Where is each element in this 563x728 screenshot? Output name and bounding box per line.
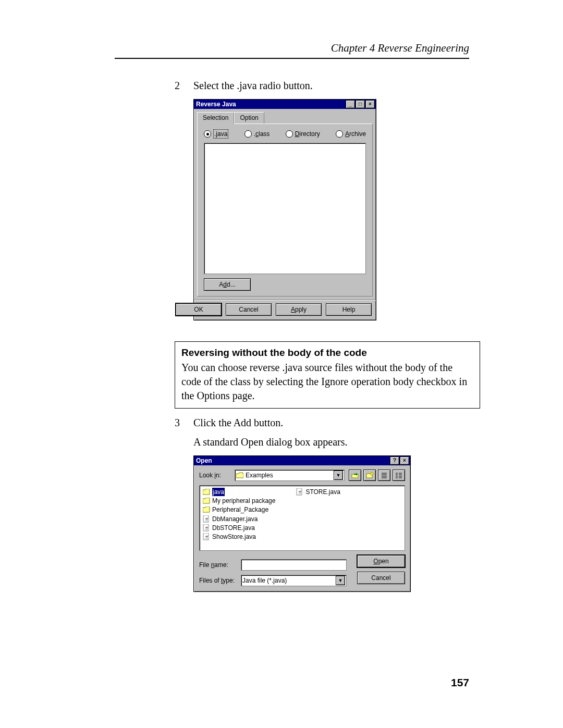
- java-file-icon: ☕: [296, 488, 303, 496]
- file-browser-pane[interactable]: java My peripheral package Peripheral_Pa…: [199, 485, 405, 551]
- callout-text: You can choose reverse .java source file…: [181, 361, 473, 403]
- apply-button[interactable]: Apply: [276, 303, 322, 316]
- titlebar[interactable]: Reverse Java _ □ ×: [194, 100, 376, 109]
- java-file-icon: ☕: [203, 515, 210, 523]
- page-number: 157: [451, 676, 469, 689]
- svg-marker-17: [203, 489, 210, 495]
- list-item[interactable]: ☕ ShowStore.java: [203, 533, 275, 541]
- filename-label: File name:: [199, 561, 237, 569]
- new-folder-icon[interactable]: [363, 470, 376, 481]
- java-file-icon: ☕: [203, 524, 210, 532]
- header-rule: [115, 58, 469, 59]
- callout-box: Reversing without the body of the code Y…: [175, 341, 480, 409]
- list-item[interactable]: My peripheral package: [203, 497, 275, 505]
- close-icon[interactable]: ×: [400, 456, 409, 465]
- folder-icon: [203, 488, 210, 496]
- add-button[interactable]: Add...: [204, 278, 251, 291]
- radio-directory[interactable]: Directory: [286, 129, 320, 139]
- chevron-down-icon[interactable]: ▼: [336, 576, 345, 585]
- filetype-value: Java file (*.java): [242, 576, 334, 585]
- list-item[interactable]: java: [203, 488, 275, 496]
- java-file-icon: ☕: [203, 533, 210, 540]
- open-dialog: Open ? × Look in: Examples ▼: [193, 455, 411, 592]
- tab-option[interactable]: Option: [234, 112, 264, 124]
- svg-marker-18: [203, 498, 210, 503]
- step-number: 2: [175, 79, 182, 93]
- callout-title: Reversing without the body of the code: [181, 346, 473, 360]
- list-view-icon[interactable]: [378, 470, 390, 481]
- svg-text:☕: ☕: [204, 525, 210, 530]
- folder-open-icon: [236, 472, 243, 478]
- step-subtext: A standard Open dialog box appears.: [193, 435, 347, 449]
- cancel-button[interactable]: Cancel: [226, 303, 272, 316]
- step-3: 3 Click the Add button. A standard Open …: [175, 416, 469, 449]
- up-one-level-icon[interactable]: [349, 470, 361, 481]
- radio-class[interactable]: .class: [244, 129, 270, 139]
- titlebar[interactable]: Open ? ×: [194, 456, 410, 465]
- details-view-icon[interactable]: [393, 470, 405, 481]
- chevron-down-icon[interactable]: ▼: [334, 471, 343, 480]
- cancel-button[interactable]: Cancel: [357, 572, 405, 584]
- svg-marker-0: [236, 473, 243, 478]
- step-text: Select the .java radio button.: [193, 79, 313, 93]
- lookin-combo[interactable]: Examples ▼: [235, 470, 345, 481]
- list-item[interactable]: ☕ DbManager.java: [203, 515, 275, 523]
- step-text: Click the Add button.: [193, 416, 347, 430]
- filename-input[interactable]: [241, 559, 347, 571]
- reverse-java-dialog: Reverse Java _ □ × Selection Option .jav…: [193, 99, 376, 320]
- folder-icon: [203, 497, 210, 504]
- tab-selection[interactable]: Selection: [197, 112, 234, 124]
- help-button[interactable]: Help: [326, 303, 372, 316]
- svg-marker-19: [203, 507, 210, 512]
- folder-icon: [203, 506, 210, 513]
- open-button[interactable]: Open: [357, 555, 405, 567]
- filetype-label: Files of type:: [199, 576, 237, 585]
- list-item[interactable]: Peripheral_Package: [203, 505, 275, 514]
- dialog-title: Open: [196, 456, 212, 465]
- svg-point-4: [371, 473, 373, 475]
- radio-archive[interactable]: Archive: [336, 129, 366, 139]
- close-icon[interactable]: ×: [365, 100, 375, 108]
- step-2: 2 Select the .java radio button.: [175, 79, 469, 93]
- list-item[interactable]: ☕ STORE.java: [296, 488, 340, 496]
- svg-text:☕: ☕: [204, 534, 210, 539]
- svg-text:☕: ☕: [298, 489, 303, 495]
- step-number: 3: [175, 416, 182, 449]
- list-item[interactable]: ☕ DbSTORE.java: [203, 524, 275, 532]
- chapter-heading: Chapter 4 Reverse Engineering: [115, 42, 469, 56]
- dialog-title: Reverse Java: [196, 100, 236, 108]
- tabstrip: Selection Option: [197, 112, 373, 124]
- ok-button[interactable]: OK: [176, 303, 222, 316]
- filetype-combo[interactable]: Java file (*.java) ▼: [241, 575, 347, 586]
- lookin-label: Look in:: [199, 471, 230, 479]
- svg-rect-1: [352, 474, 358, 478]
- radio-java[interactable]: .java: [204, 129, 228, 139]
- svg-text:☕: ☕: [204, 516, 210, 522]
- minimize-icon[interactable]: _: [346, 100, 355, 108]
- file-list-pane[interactable]: [204, 143, 366, 274]
- help-icon[interactable]: ?: [390, 456, 399, 465]
- lookin-value: Examples: [246, 471, 332, 479]
- maximize-icon[interactable]: □: [356, 100, 365, 108]
